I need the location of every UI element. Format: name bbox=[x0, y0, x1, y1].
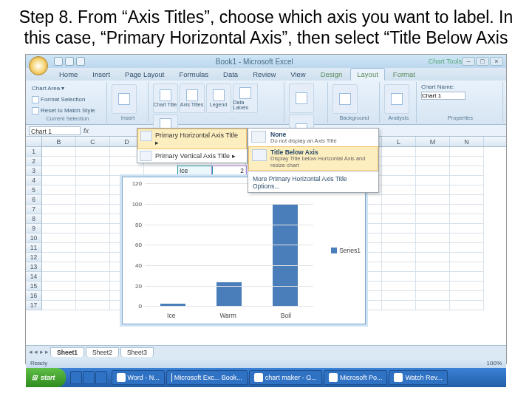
format-icon bbox=[32, 96, 39, 103]
format-selection-button[interactable]: Format Selection bbox=[32, 95, 85, 104]
reset-icon bbox=[32, 107, 39, 115]
taskbar-item[interactable]: Microsoft Exc... Book... bbox=[166, 370, 248, 385]
ribbon-tabs[interactable]: Home Insert Page Layout Formulas Data Re… bbox=[26, 68, 506, 81]
group-label: Current Selection bbox=[32, 115, 103, 122]
menu-title-below-axis[interactable]: Title Below AxisDisplay Title below Hori… bbox=[248, 146, 378, 171]
axis-v-icon bbox=[140, 151, 151, 161]
axis-h-icon bbox=[140, 131, 152, 141]
group-labels: Chart Title Axis Titles Legend Data Labe… bbox=[150, 82, 284, 123]
quick-launch[interactable] bbox=[70, 371, 107, 384]
axes-button[interactable] bbox=[289, 83, 314, 113]
legend-button[interactable]: Legend bbox=[206, 83, 231, 113]
menu-primary-horizontal[interactable]: Primary Horizontal Axis Title ▸ bbox=[137, 129, 247, 149]
reset-style-button[interactable]: Reset to Match Style bbox=[32, 106, 95, 115]
slide-heading: Step 8. From “Axis Titles”, choose which… bbox=[0, 0, 532, 54]
taskbar-item[interactable]: Watch Rev... bbox=[389, 370, 448, 385]
tab-design[interactable]: Design bbox=[314, 68, 349, 81]
taskbar-item[interactable]: chart maker - G... bbox=[249, 370, 322, 385]
data-labels-icon bbox=[239, 87, 251, 99]
tab-view[interactable]: View bbox=[284, 68, 312, 81]
sheet-tab-1[interactable]: Sheet1 bbox=[50, 347, 84, 357]
group-background: Background bbox=[330, 82, 379, 123]
status-bar: Ready 100% bbox=[26, 358, 506, 368]
windows-icon: ⊞ bbox=[32, 374, 38, 381]
horizontal-axis-title-submenu[interactable]: NoneDo not display an Axis Title Title B… bbox=[248, 128, 379, 193]
chart-legend: Series1 bbox=[331, 247, 361, 254]
status-zoom[interactable]: 100% bbox=[487, 360, 502, 366]
chart-element-dropdown[interactable]: Chart Area ▾ bbox=[32, 83, 76, 93]
menu-more-options[interactable]: More Primary Horizontal Axis Title Optio… bbox=[248, 173, 378, 192]
sheet-tab-2[interactable]: Sheet2 bbox=[86, 347, 119, 357]
axis-titles-icon bbox=[186, 89, 198, 101]
menu-none[interactable]: NoneDo not display an Axis Title bbox=[248, 129, 378, 146]
menu-primary-vertical[interactable]: Primary Vertical Axis Title ▸ bbox=[137, 149, 247, 163]
chart-name-label: Chart Name: bbox=[421, 83, 454, 90]
trendline-button[interactable] bbox=[384, 84, 409, 114]
group-analysis: Analysis bbox=[381, 82, 417, 123]
tab-review[interactable]: Review bbox=[246, 68, 282, 81]
data-labels-button[interactable]: Data Labels bbox=[233, 83, 258, 113]
axis-titles-submenu[interactable]: Primary Horizontal Axis Title ▸ Primary … bbox=[137, 128, 248, 163]
window-title: Book1 - Microsoft Excel bbox=[85, 58, 424, 66]
chart-y-axis: 020406080100120 bbox=[123, 183, 143, 306]
excel-screenshot: Book1 - Microsoft Excel Chart Tools –□× … bbox=[25, 54, 507, 364]
office-button[interactable] bbox=[29, 56, 48, 75]
ribbon: Chart Area ▾ Format Selection Reset to M… bbox=[26, 81, 506, 125]
fx-icon[interactable]: fx bbox=[83, 127, 89, 134]
chart-title-icon bbox=[160, 89, 171, 101]
chart-title-button[interactable]: Chart Title bbox=[153, 83, 178, 113]
quick-access-toolbar[interactable] bbox=[54, 57, 85, 66]
chart-name-input[interactable] bbox=[421, 92, 466, 100]
legend-icon bbox=[213, 89, 225, 101]
taskbar-item[interactable]: Word - N... bbox=[112, 370, 165, 385]
taskbar-item[interactable]: Microsoft Po... bbox=[324, 370, 388, 385]
picture-icon bbox=[118, 93, 130, 105]
tab-layout[interactable]: Layout bbox=[350, 68, 385, 81]
sheet-tabs[interactable]: ◂ ◂ ▸ ▸ Sheet1 Sheet2 Sheet3 bbox=[26, 345, 506, 358]
name-box[interactable]: Chart 1 bbox=[29, 126, 81, 135]
tab-format[interactable]: Format bbox=[386, 68, 422, 81]
picture-button[interactable] bbox=[112, 84, 137, 114]
group-axes: Axes bbox=[286, 82, 329, 123]
group-insert: Insert bbox=[109, 82, 149, 123]
sheet-nav[interactable]: ◂ ◂ ▸ ▸ bbox=[29, 348, 49, 355]
status-left: Ready bbox=[30, 360, 47, 366]
tab-insert[interactable]: Insert bbox=[86, 68, 117, 81]
tab-formulas[interactable]: Formulas bbox=[172, 68, 215, 81]
embedded-chart[interactable]: 020406080100120 IceWarmBoil Series1 bbox=[122, 177, 366, 324]
group-properties: Chart Name: Properties bbox=[418, 82, 503, 123]
window-buttons[interactable]: –□× bbox=[462, 57, 503, 66]
sheet-tab-3[interactable]: Sheet3 bbox=[120, 347, 154, 357]
tab-home[interactable]: Home bbox=[52, 68, 84, 81]
tab-page-layout[interactable]: Page Layout bbox=[118, 68, 171, 81]
windows-taskbar[interactable]: ⊞start Word - N... Microsoft Exc... Book… bbox=[26, 368, 506, 387]
plot-area-button[interactable] bbox=[332, 84, 358, 114]
axis-titles-button[interactable]: Axis Titles bbox=[180, 83, 205, 113]
titlebar: Book1 - Microsoft Excel Chart Tools –□× bbox=[26, 55, 506, 68]
chart-x-categories: IceWarmBoil bbox=[145, 312, 313, 319]
group-current-selection: Chart Area ▾ Format Selection Reset to M… bbox=[29, 82, 107, 123]
tab-data[interactable]: Data bbox=[216, 68, 245, 81]
chart-plot-area bbox=[145, 183, 313, 306]
chart-tools-label: Chart Tools bbox=[429, 58, 462, 65]
start-button[interactable]: ⊞start bbox=[26, 368, 66, 387]
